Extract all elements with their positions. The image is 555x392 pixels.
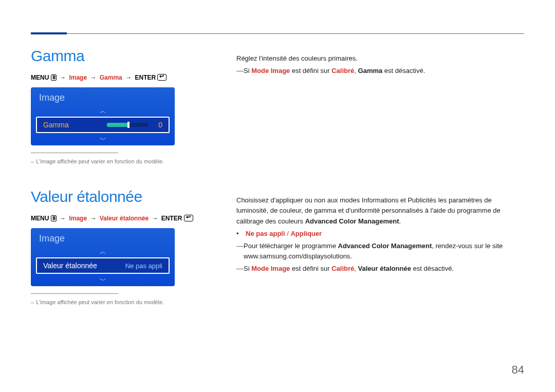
ui-preview-gamma: Image ︿ Gamma 0 ﹀	[31, 87, 175, 145]
valeur-description: Choisissez d'appliquer ou non aux modes …	[236, 195, 524, 226]
ui-preview-valeur: Image ︿ Valeur étalonnée Ne pas appli ﹀	[31, 228, 175, 286]
menu-enter-label: ENTER	[135, 74, 156, 81]
ui-title: Image	[31, 87, 175, 105]
menu-path-seg: Image	[69, 74, 87, 81]
chevron-down-icon[interactable]: ﹀	[31, 134, 175, 145]
section-title-gamma: Gamma	[31, 47, 206, 65]
section-title-valeur: Valeur étalonnée	[31, 188, 206, 206]
ui-item-label: Gamma	[43, 121, 69, 129]
ui-title: Image	[31, 228, 175, 246]
chevron-up-icon[interactable]: ︿	[31, 246, 175, 257]
gamma-description: Réglez l'intensité des couleurs primaire…	[236, 53, 524, 64]
ui-item-valeur[interactable]: Valeur étalonnée Ne pas appli	[36, 257, 170, 274]
menu-path-gamma: MENU Ⅲ → Image → Gamma → ENTER	[31, 74, 206, 81]
ui-item-value: Ne pas appli	[125, 262, 162, 270]
menu-path-seg: Gamma	[100, 74, 122, 81]
menu-path-seg: Valeur étalonnée	[100, 215, 149, 222]
header-accent	[31, 32, 67, 34]
menu-label: MENU	[31, 215, 49, 222]
menu-path-seg: Image	[69, 215, 87, 222]
enter-icon	[184, 215, 193, 221]
header-rule	[31, 33, 524, 34]
gamma-note: ― Si Mode Image est défini sur Calibré, …	[236, 66, 524, 76]
footnote-gamma: –L'image affichée peut varier en fonctio…	[31, 158, 206, 164]
menu-path-valeur: MENU Ⅲ → Image → Valeur étalonnée → ENTE…	[31, 215, 206, 222]
valeur-note-download: ― Pour télécharger le programme Advanced…	[236, 241, 524, 262]
ui-item-gamma[interactable]: Gamma 0	[36, 117, 170, 133]
chevron-up-icon[interactable]: ︿	[31, 105, 175, 117]
menu-enter-label: ENTER	[161, 215, 182, 222]
ui-item-label: Valeur étalonnée	[43, 262, 97, 270]
valeur-options-bullet: • Ne pas appli / Appliquer	[236, 229, 524, 239]
menu-icon: Ⅲ	[51, 74, 57, 81]
menu-icon: Ⅲ	[51, 215, 57, 221]
enter-icon	[157, 74, 166, 81]
valeur-note-disabled: ― Si Mode Image est défini sur Calibré, …	[236, 264, 524, 274]
page-number: 84	[512, 363, 524, 377]
divider	[31, 293, 118, 294]
footnote-valeur: –L'image affichée peut varier en fonctio…	[31, 299, 206, 305]
chevron-down-icon[interactable]: ﹀	[31, 275, 175, 286]
ui-item-value: 0	[158, 121, 162, 129]
menu-label: MENU	[31, 74, 49, 81]
slider[interactable]	[107, 123, 148, 127]
divider	[31, 153, 118, 153]
